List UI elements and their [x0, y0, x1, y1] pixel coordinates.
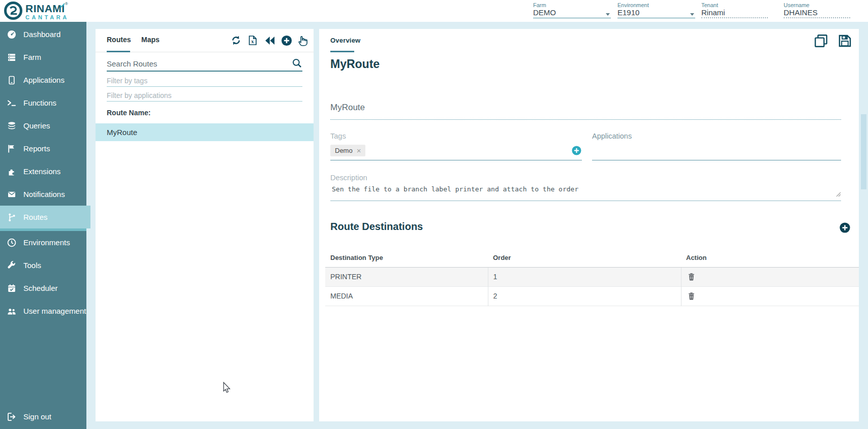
svg-text:x: x	[251, 39, 254, 44]
destination-type-cell: MEDIA	[325, 286, 488, 306]
sidebar-item-label: Notifications	[23, 190, 65, 199]
sidebar-item-label: Extensions	[23, 167, 60, 176]
vertical-scrollbar-thumb[interactable]	[861, 114, 866, 189]
environment-label: Environment	[617, 2, 649, 8]
sidebar-item-routes[interactable]: Routes	[0, 206, 90, 228]
column-header-destination-type: Destination Type	[325, 249, 488, 267]
database-icon	[7, 121, 17, 131]
sidebar-item-label: Reports	[23, 144, 50, 153]
flag-icon	[7, 144, 17, 154]
save-button[interactable]	[838, 34, 852, 48]
tenant-field[interactable]: Tenant Rinami	[701, 0, 768, 22]
table-row[interactable]: MEDIA 2	[325, 286, 859, 306]
detail-actions	[814, 34, 852, 48]
sidebar-item-extensions[interactable]: Extensions	[0, 160, 86, 183]
export-excel-button[interactable]: x	[246, 34, 259, 47]
sidebar: Dashboard Farm Applications Functions Qu…	[0, 22, 86, 429]
sidebar-item-farm[interactable]: Farm	[0, 46, 86, 69]
route-name: MyRoute	[107, 128, 137, 137]
search-icon[interactable]	[292, 58, 302, 71]
sidebar-item-reports[interactable]: Reports	[0, 137, 86, 160]
sidebar-item-scheduler[interactable]: Scheduler	[0, 277, 86, 300]
order-cell: 2	[488, 286, 681, 306]
field-underline	[784, 17, 850, 18]
search-routes-input[interactable]	[107, 55, 287, 68]
sidebar-item-notifications[interactable]: Notifications	[0, 183, 86, 206]
sidebar-item-functions[interactable]: Functions	[0, 91, 86, 114]
applications-label: Applications	[592, 132, 841, 140]
description-input[interactable]: Sen the file to a branch label printer a…	[330, 185, 841, 199]
tags-label: Tags	[330, 132, 582, 140]
remove-tag-icon[interactable]: ×	[357, 148, 361, 153]
route-branch-icon	[7, 212, 17, 222]
sidebar-item-dashboard[interactable]: Dashboard	[0, 23, 86, 46]
sidebar-item-label: Environments	[23, 238, 70, 247]
applications-field[interactable]: Applications	[592, 132, 841, 160]
registered-mark: ®	[65, 2, 68, 6]
destination-type-cell: PRINTER	[325, 267, 488, 286]
sidebar-item-sign-out[interactable]: Sign out	[0, 405, 86, 428]
route-detail-panel: Overview MyRoute MyRoute Tags Demo × App…	[319, 29, 859, 421]
copy-button[interactable]	[814, 34, 828, 48]
route-name-column-header: Route Name:	[107, 109, 150, 117]
tablet-icon	[7, 75, 17, 85]
routes-list-panel: Routes Maps x Route Name: MyRo	[96, 29, 314, 421]
delete-destination-button[interactable]	[687, 291, 696, 301]
filter-applications-input[interactable]	[107, 88, 302, 100]
sign-out-icon	[7, 412, 17, 422]
refresh-button[interactable]	[230, 34, 242, 47]
column-header-order: Order	[488, 249, 681, 267]
hand-pointer-icon[interactable]	[297, 34, 309, 47]
wrench-icon	[7, 260, 17, 271]
column-header-action: Action	[681, 249, 859, 267]
resize-grip-icon[interactable]	[836, 190, 841, 199]
globe-clock-icon	[7, 238, 17, 248]
filter-tags-input[interactable]	[107, 74, 302, 85]
sidebar-item-label: Tools	[23, 261, 41, 270]
active-tab-indicator	[107, 51, 130, 52]
tags-field: Tags Demo ×	[330, 132, 582, 160]
sidebar-item-label: Applications	[23, 76, 65, 84]
sidebar-item-queries[interactable]: Queries	[0, 114, 86, 137]
page-title: MyRoute	[330, 57, 380, 71]
filter-applications-field	[107, 88, 302, 102]
sidebar-item-tools[interactable]: Tools	[0, 254, 86, 277]
rewind-button[interactable]	[263, 34, 276, 47]
route-name-field[interactable]: MyRoute	[330, 103, 841, 120]
environment-select[interactable]: Environment E1910	[617, 0, 695, 22]
tab-overview[interactable]: Overview	[330, 37, 360, 44]
routes-list: MyRoute	[96, 123, 314, 141]
username-field[interactable]: Username DHAINES	[784, 0, 850, 22]
routes-toolbar: x	[230, 34, 309, 47]
sidebar-item-label: Farm	[23, 53, 41, 61]
calendar-check-icon	[7, 283, 17, 293]
sidebar-item-applications[interactable]: Applications	[0, 69, 86, 91]
farm-select[interactable]: Farm DEMO	[533, 0, 611, 22]
description-field: Description Sen the file to a branch lab…	[330, 174, 841, 201]
sidebar-item-user-management[interactable]: User management	[0, 300, 86, 322]
add-route-button[interactable]	[280, 34, 293, 47]
environment-value: E1910	[617, 8, 688, 17]
brand-logo: RINAMI® CANTARA	[4, 1, 69, 22]
section-title-route-destinations: Route Destinations	[330, 221, 423, 233]
puzzle-icon	[7, 167, 17, 177]
tab-maps[interactable]: Maps	[141, 36, 160, 44]
farm-value: DEMO	[533, 8, 604, 17]
brand-mark-icon	[4, 1, 23, 22]
chevron-down-icon	[690, 13, 694, 16]
tenant-label: Tenant	[701, 2, 718, 8]
table-row[interactable]: PRINTER 1	[325, 267, 859, 286]
tag-chip-text: Demo	[335, 147, 353, 154]
tab-routes[interactable]: Routes	[107, 36, 131, 44]
add-tag-button[interactable]	[571, 145, 582, 156]
sidebar-item-environments[interactable]: Environments	[0, 231, 86, 254]
delete-destination-button[interactable]	[687, 272, 696, 282]
tenant-value: Rinami	[701, 8, 761, 17]
users-icon	[7, 306, 17, 316]
table-header-row: Destination Type Order Action	[325, 249, 859, 267]
username-label: Username	[784, 2, 810, 8]
add-destination-button[interactable]	[839, 222, 851, 234]
sidebar-item-label: User management	[23, 307, 86, 315]
route-list-item-selected[interactable]: MyRoute	[96, 123, 314, 141]
filter-tags-field	[107, 74, 302, 87]
